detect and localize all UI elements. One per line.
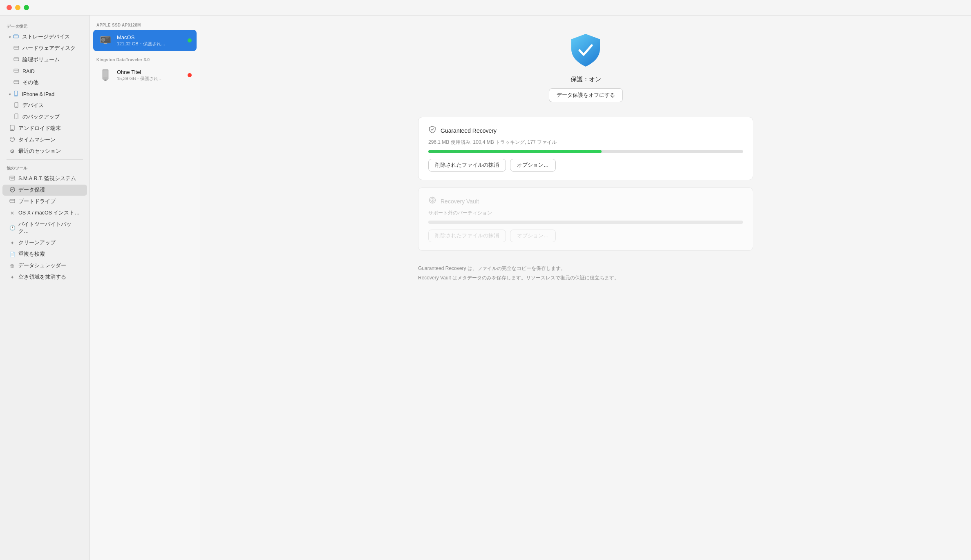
- sidebar-item-byte-backup[interactable]: 🕐 バイトツーバイトバック…: [2, 219, 87, 237]
- sidebar-section-label-1: データ復元: [0, 20, 89, 31]
- protection-status-text: 保護：オン: [571, 76, 601, 83]
- device-icon: [13, 102, 20, 109]
- svg-point-31: [103, 39, 104, 40]
- sidebar-section-label-2: 他のツール: [0, 162, 89, 173]
- cleanup-icon: ✦: [9, 240, 16, 246]
- sidebar-item-other[interactable]: その他: [7, 77, 87, 88]
- guaranteed-card-subtitle: 296,1 MB 使用済み, 100,4 MB トラッキング, 177 ファイル: [428, 139, 743, 146]
- svg-rect-32: [105, 38, 109, 38]
- sidebar-group-storage-label: ストレージデバイス: [22, 33, 70, 40]
- sidebar-item-shredder-label: データシュレッダー: [18, 262, 66, 269]
- svg-rect-38: [103, 70, 108, 77]
- sidebar-item-macos-install[interactable]: ✕ OS X / macOS インスト…: [2, 207, 87, 219]
- sidebar-group-storage[interactable]: ▾ ストレージデバイス: [2, 31, 87, 42]
- protection-toggle-button[interactable]: データ保護をオフにする: [549, 88, 623, 102]
- shield-sidebar-icon: [9, 187, 16, 194]
- sidebar-item-devices[interactable]: デバイス: [7, 100, 87, 111]
- guaranteed-card-actions: 削除されたファイルの抹消 オプション…: [428, 159, 743, 172]
- minimize-button[interactable]: [15, 5, 20, 10]
- guaranteed-progress-fill: [428, 150, 602, 153]
- macos-device-text: MacOS 121,02 GB・保護され…: [117, 34, 185, 47]
- hdd-icon: [13, 45, 20, 52]
- ohne-titel-device-sub: 15,39 GB・保護され…: [117, 76, 185, 82]
- sidebar-item-sessions-label: 最近のセッション: [18, 148, 61, 155]
- sidebar-item-raid-label: RAID: [22, 69, 35, 74]
- sidebar-item-duplicates-label: 重複を検索: [18, 251, 45, 258]
- guaranteed-icon: [428, 125, 436, 136]
- ohne-titel-device-text: Ohne Titel 15,39 GB・保護され…: [117, 69, 185, 82]
- svg-rect-34: [105, 40, 109, 40]
- sidebar-item-cleanup-label: クリーンアップ: [18, 239, 56, 246]
- svg-rect-6: [14, 69, 19, 72]
- sidebar-item-dataprotection[interactable]: データ保護: [2, 185, 87, 196]
- sidebar-item-hdd[interactable]: ハードウェアディスク: [7, 43, 87, 54]
- vault-options-button: オプション…: [510, 230, 556, 242]
- chevron-down-icon: ▾: [9, 35, 11, 39]
- byte-backup-icon: 🕐: [9, 225, 16, 231]
- iphone-sub-items: デバイス のバックアップ: [0, 100, 89, 123]
- sidebar-item-duplicates[interactable]: 📄 重複を検索: [2, 249, 87, 260]
- sidebar-item-wipe-free[interactable]: ✦ 空き領域を抹消する: [2, 272, 87, 283]
- info-text-1: Guaranteed Recovery は、ファイルの完全なコピーを保存します。: [418, 265, 753, 272]
- usb-disk-icon: [98, 68, 113, 83]
- guaranteed-recovery-card: Guaranteed Recovery 296,1 MB 使用済み, 100,4…: [418, 117, 753, 180]
- sidebar-item-logical-label: 論理ボリューム: [22, 56, 60, 63]
- storage-sub-items: ハードウェアディスク 論理ボリューム RAID: [0, 43, 89, 88]
- guaranteed-card-title: Guaranteed Recovery: [441, 127, 497, 134]
- guaranteed-options-button[interactable]: オプション…: [510, 159, 556, 172]
- macos-status-dot: [188, 38, 192, 42]
- svg-rect-4: [14, 58, 19, 61]
- chevron-down-icon-2: ▾: [9, 92, 11, 96]
- android-icon: [9, 125, 16, 132]
- sidebar-item-shredder[interactable]: 🗑 データシュレッダー: [2, 260, 87, 271]
- sidebar-item-android-label: アンドロイド端末: [18, 125, 61, 132]
- main-area: APPLE SSD AP0128M: [90, 16, 971, 560]
- shredder-icon: 🗑: [9, 263, 16, 269]
- iphone-group-icon: [13, 91, 19, 98]
- other-icon: [13, 79, 20, 86]
- device-panel: APPLE SSD AP0128M: [90, 16, 200, 560]
- logical-icon: [13, 56, 20, 63]
- sidebar-item-bootdrive-label: ブートドライブ: [18, 198, 56, 205]
- sidebar-item-timemachine[interactable]: タイムマシーン: [2, 134, 87, 145]
- smart-icon: [9, 175, 16, 182]
- window-controls: [7, 5, 29, 10]
- sidebar-item-sessions[interactable]: ⚙ 最近のセッション: [2, 146, 87, 157]
- sidebar-item-byte-backup-label: バイトツーバイトバック…: [18, 221, 81, 235]
- svg-rect-19: [10, 138, 15, 139]
- sidebar-item-devices-label: デバイス: [22, 102, 44, 109]
- sidebar-group-iphone[interactable]: ▾ iPhone & iPad: [2, 89, 87, 100]
- timemachine-icon: [9, 136, 16, 143]
- duplicates-icon: 📄: [9, 252, 16, 257]
- vault-card-title: Recovery Vault: [441, 198, 479, 205]
- sidebar-item-bootdrive[interactable]: ブートドライブ: [2, 196, 87, 207]
- bootdrive-icon: [9, 198, 16, 205]
- sidebar-item-raid[interactable]: RAID: [7, 66, 87, 77]
- app-container: データ復元 ▾ ストレージデバイス ハードウェアディスク: [0, 0, 971, 560]
- sidebar-item-smart[interactable]: S.M.A.R.T. 監視システム: [2, 173, 87, 184]
- device-group-1-label: APPLE SSD AP0128M: [90, 20, 200, 29]
- shield-icon-wrap: [567, 32, 604, 70]
- guaranteed-erase-button[interactable]: 削除されたファイルの抹消: [428, 159, 506, 172]
- sidebar-item-other-label: その他: [22, 79, 38, 86]
- sidebar-item-android[interactable]: アンドロイド端末: [2, 123, 87, 134]
- svg-rect-8: [14, 80, 19, 84]
- svg-rect-24: [10, 199, 15, 203]
- sidebar-item-logical[interactable]: 論理ボリューム: [7, 54, 87, 65]
- vault-erase-button: 削除されたファイルの抹消: [428, 230, 506, 242]
- shield-area: 保護：オン データ保護をオフにする: [549, 32, 623, 102]
- sidebar-item-backup[interactable]: のバックアップ: [7, 112, 87, 123]
- device-item-macos[interactable]: MacOS 121,02 GB・保護され…: [93, 30, 197, 51]
- info-text-2: Recovery Vault はメタデータのみを保存します。リソースレスで復元の…: [418, 274, 753, 282]
- svg-rect-35: [104, 43, 107, 44]
- sidebar-item-backup-label: のバックアップ: [22, 114, 60, 120]
- raid-icon: [13, 68, 20, 75]
- recovery-vault-card: Recovery Vault サポート外のパーティション 削除されたファイルの抹…: [418, 187, 753, 251]
- device-item-ohne-titel[interactable]: Ohne Titel 15,39 GB・保護され…: [93, 65, 197, 86]
- sidebar-item-cleanup[interactable]: ✦ クリーンアップ: [2, 237, 87, 248]
- sidebar-item-smart-label: S.M.A.R.T. 監視システム: [18, 175, 76, 182]
- maximize-button[interactable]: [24, 5, 29, 10]
- sidebar-item-wipe-free-label: 空き領域を抹消する: [18, 274, 66, 281]
- close-button[interactable]: [7, 5, 12, 10]
- svg-rect-33: [105, 39, 108, 39]
